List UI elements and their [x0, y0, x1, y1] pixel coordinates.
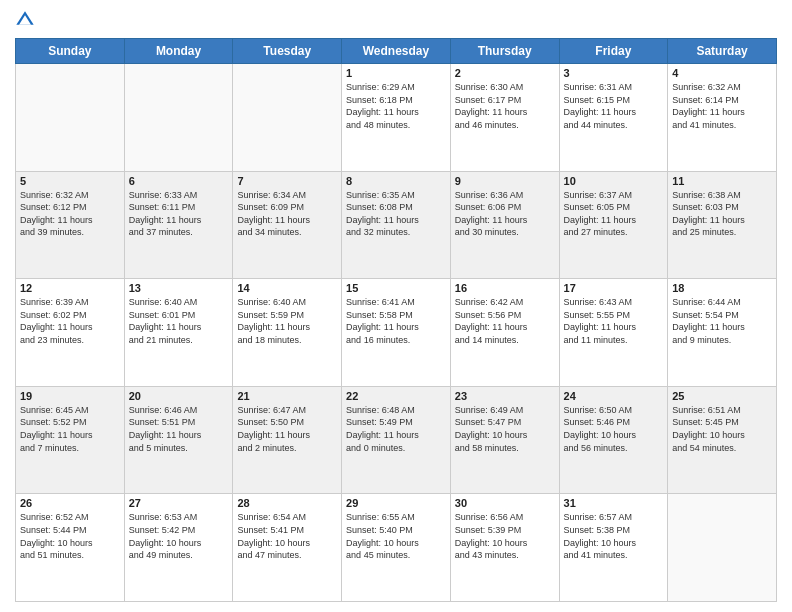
day-number: 14	[237, 282, 337, 294]
day-info: Sunrise: 6:33 AMSunset: 6:11 PMDaylight:…	[129, 189, 229, 239]
calendar-cell: 2Sunrise: 6:30 AMSunset: 6:17 PMDaylight…	[450, 64, 559, 172]
calendar-cell: 13Sunrise: 6:40 AMSunset: 6:01 PMDayligh…	[124, 279, 233, 387]
day-info: Sunrise: 6:42 AMSunset: 5:56 PMDaylight:…	[455, 296, 555, 346]
logo-icon	[15, 10, 35, 30]
day-info: Sunrise: 6:32 AMSunset: 6:14 PMDaylight:…	[672, 81, 772, 131]
day-info: Sunrise: 6:40 AMSunset: 6:01 PMDaylight:…	[129, 296, 229, 346]
day-number: 29	[346, 497, 446, 509]
calendar-cell: 5Sunrise: 6:32 AMSunset: 6:12 PMDaylight…	[16, 171, 125, 279]
day-info: Sunrise: 6:32 AMSunset: 6:12 PMDaylight:…	[20, 189, 120, 239]
calendar-cell: 16Sunrise: 6:42 AMSunset: 5:56 PMDayligh…	[450, 279, 559, 387]
calendar-cell: 31Sunrise: 6:57 AMSunset: 5:38 PMDayligh…	[559, 494, 668, 602]
calendar-cell: 3Sunrise: 6:31 AMSunset: 6:15 PMDaylight…	[559, 64, 668, 172]
day-number: 17	[564, 282, 664, 294]
day-number: 24	[564, 390, 664, 402]
calendar-cell: 19Sunrise: 6:45 AMSunset: 5:52 PMDayligh…	[16, 386, 125, 494]
calendar-cell: 23Sunrise: 6:49 AMSunset: 5:47 PMDayligh…	[450, 386, 559, 494]
logo	[15, 10, 37, 30]
calendar-cell: 18Sunrise: 6:44 AMSunset: 5:54 PMDayligh…	[668, 279, 777, 387]
calendar-cell: 28Sunrise: 6:54 AMSunset: 5:41 PMDayligh…	[233, 494, 342, 602]
day-info: Sunrise: 6:57 AMSunset: 5:38 PMDaylight:…	[564, 511, 664, 561]
calendar-cell: 24Sunrise: 6:50 AMSunset: 5:46 PMDayligh…	[559, 386, 668, 494]
calendar-cell: 17Sunrise: 6:43 AMSunset: 5:55 PMDayligh…	[559, 279, 668, 387]
day-info: Sunrise: 6:52 AMSunset: 5:44 PMDaylight:…	[20, 511, 120, 561]
calendar-cell: 1Sunrise: 6:29 AMSunset: 6:18 PMDaylight…	[342, 64, 451, 172]
day-number: 19	[20, 390, 120, 402]
calendar-cell: 20Sunrise: 6:46 AMSunset: 5:51 PMDayligh…	[124, 386, 233, 494]
weekday-header-friday: Friday	[559, 39, 668, 64]
weekday-header-monday: Monday	[124, 39, 233, 64]
day-number: 15	[346, 282, 446, 294]
day-info: Sunrise: 6:34 AMSunset: 6:09 PMDaylight:…	[237, 189, 337, 239]
day-info: Sunrise: 6:54 AMSunset: 5:41 PMDaylight:…	[237, 511, 337, 561]
calendar-cell: 12Sunrise: 6:39 AMSunset: 6:02 PMDayligh…	[16, 279, 125, 387]
day-number: 16	[455, 282, 555, 294]
day-info: Sunrise: 6:46 AMSunset: 5:51 PMDaylight:…	[129, 404, 229, 454]
day-info: Sunrise: 6:44 AMSunset: 5:54 PMDaylight:…	[672, 296, 772, 346]
calendar-cell: 21Sunrise: 6:47 AMSunset: 5:50 PMDayligh…	[233, 386, 342, 494]
calendar-cell	[124, 64, 233, 172]
weekday-header-thursday: Thursday	[450, 39, 559, 64]
day-info: Sunrise: 6:48 AMSunset: 5:49 PMDaylight:…	[346, 404, 446, 454]
day-info: Sunrise: 6:53 AMSunset: 5:42 PMDaylight:…	[129, 511, 229, 561]
day-number: 22	[346, 390, 446, 402]
calendar-cell: 14Sunrise: 6:40 AMSunset: 5:59 PMDayligh…	[233, 279, 342, 387]
weekday-header-sunday: Sunday	[16, 39, 125, 64]
calendar-cell: 4Sunrise: 6:32 AMSunset: 6:14 PMDaylight…	[668, 64, 777, 172]
day-number: 20	[129, 390, 229, 402]
day-info: Sunrise: 6:36 AMSunset: 6:06 PMDaylight:…	[455, 189, 555, 239]
day-number: 9	[455, 175, 555, 187]
day-info: Sunrise: 6:43 AMSunset: 5:55 PMDaylight:…	[564, 296, 664, 346]
day-info: Sunrise: 6:49 AMSunset: 5:47 PMDaylight:…	[455, 404, 555, 454]
day-number: 5	[20, 175, 120, 187]
day-info: Sunrise: 6:35 AMSunset: 6:08 PMDaylight:…	[346, 189, 446, 239]
day-number: 23	[455, 390, 555, 402]
calendar-cell: 9Sunrise: 6:36 AMSunset: 6:06 PMDaylight…	[450, 171, 559, 279]
day-number: 11	[672, 175, 772, 187]
page: SundayMondayTuesdayWednesdayThursdayFrid…	[0, 0, 792, 612]
day-number: 26	[20, 497, 120, 509]
day-info: Sunrise: 6:50 AMSunset: 5:46 PMDaylight:…	[564, 404, 664, 454]
day-info: Sunrise: 6:37 AMSunset: 6:05 PMDaylight:…	[564, 189, 664, 239]
day-number: 6	[129, 175, 229, 187]
calendar-cell: 7Sunrise: 6:34 AMSunset: 6:09 PMDaylight…	[233, 171, 342, 279]
day-number: 31	[564, 497, 664, 509]
day-number: 13	[129, 282, 229, 294]
calendar-cell: 27Sunrise: 6:53 AMSunset: 5:42 PMDayligh…	[124, 494, 233, 602]
day-number: 18	[672, 282, 772, 294]
day-number: 2	[455, 67, 555, 79]
day-number: 1	[346, 67, 446, 79]
calendar-week-5: 26Sunrise: 6:52 AMSunset: 5:44 PMDayligh…	[16, 494, 777, 602]
day-number: 27	[129, 497, 229, 509]
calendar-week-1: 1Sunrise: 6:29 AMSunset: 6:18 PMDaylight…	[16, 64, 777, 172]
calendar-cell: 29Sunrise: 6:55 AMSunset: 5:40 PMDayligh…	[342, 494, 451, 602]
day-number: 3	[564, 67, 664, 79]
calendar-cell: 6Sunrise: 6:33 AMSunset: 6:11 PMDaylight…	[124, 171, 233, 279]
day-number: 21	[237, 390, 337, 402]
calendar-cell	[16, 64, 125, 172]
calendar-cell: 8Sunrise: 6:35 AMSunset: 6:08 PMDaylight…	[342, 171, 451, 279]
calendar-week-2: 5Sunrise: 6:32 AMSunset: 6:12 PMDaylight…	[16, 171, 777, 279]
day-info: Sunrise: 6:31 AMSunset: 6:15 PMDaylight:…	[564, 81, 664, 131]
calendar-week-3: 12Sunrise: 6:39 AMSunset: 6:02 PMDayligh…	[16, 279, 777, 387]
day-info: Sunrise: 6:51 AMSunset: 5:45 PMDaylight:…	[672, 404, 772, 454]
calendar-cell: 10Sunrise: 6:37 AMSunset: 6:05 PMDayligh…	[559, 171, 668, 279]
calendar-cell: 25Sunrise: 6:51 AMSunset: 5:45 PMDayligh…	[668, 386, 777, 494]
calendar-table: SundayMondayTuesdayWednesdayThursdayFrid…	[15, 38, 777, 602]
day-info: Sunrise: 6:29 AMSunset: 6:18 PMDaylight:…	[346, 81, 446, 131]
day-info: Sunrise: 6:56 AMSunset: 5:39 PMDaylight:…	[455, 511, 555, 561]
day-info: Sunrise: 6:30 AMSunset: 6:17 PMDaylight:…	[455, 81, 555, 131]
day-number: 25	[672, 390, 772, 402]
day-number: 28	[237, 497, 337, 509]
calendar-cell: 15Sunrise: 6:41 AMSunset: 5:58 PMDayligh…	[342, 279, 451, 387]
day-number: 7	[237, 175, 337, 187]
calendar-cell: 11Sunrise: 6:38 AMSunset: 6:03 PMDayligh…	[668, 171, 777, 279]
day-info: Sunrise: 6:40 AMSunset: 5:59 PMDaylight:…	[237, 296, 337, 346]
weekday-header-saturday: Saturday	[668, 39, 777, 64]
calendar-cell	[668, 494, 777, 602]
weekday-header-wednesday: Wednesday	[342, 39, 451, 64]
day-info: Sunrise: 6:47 AMSunset: 5:50 PMDaylight:…	[237, 404, 337, 454]
day-info: Sunrise: 6:55 AMSunset: 5:40 PMDaylight:…	[346, 511, 446, 561]
day-number: 12	[20, 282, 120, 294]
calendar-week-4: 19Sunrise: 6:45 AMSunset: 5:52 PMDayligh…	[16, 386, 777, 494]
